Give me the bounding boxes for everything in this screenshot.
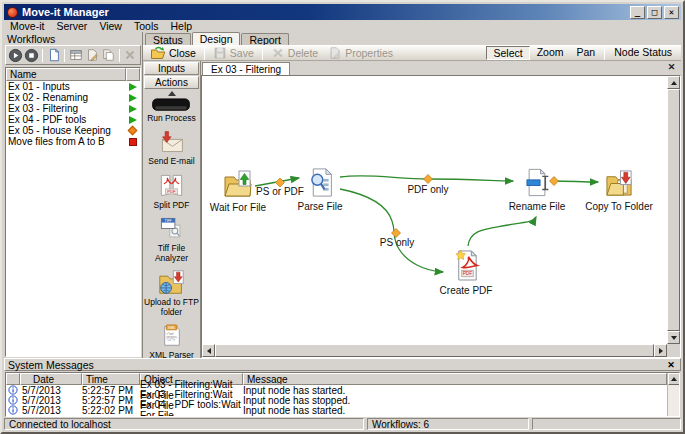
tab-status[interactable]: Status	[145, 33, 191, 45]
status-stopped-icon	[126, 138, 139, 146]
new-workflow-button[interactable]	[46, 47, 61, 63]
node-label: Copy To Folder	[577, 201, 661, 212]
stop-circle-icon	[24, 48, 39, 63]
actions-group-inputs[interactable]: Inputs	[144, 62, 199, 75]
xml-parser-icon: XML<?xmlversion="1.0"?>	[159, 322, 185, 349]
title-bar[interactable]: Move-it Manager _□✕	[4, 4, 681, 20]
action-run-process[interactable]: Run Process	[147, 98, 196, 124]
column-header-message[interactable]: Message	[243, 373, 667, 385]
menu-tools[interactable]: Tools	[128, 20, 165, 32]
toolbar-separator	[42, 49, 43, 62]
menu-move-it[interactable]: Move-it	[4, 20, 50, 32]
node-rename-file[interactable]: Rename File	[495, 167, 579, 212]
tab-report[interactable]: Report	[241, 33, 289, 45]
action-tiff-file-analyzer[interactable]: TIFFTiff File Analyzer	[144, 215, 200, 264]
stop-workflow-button[interactable]	[24, 47, 39, 63]
select-button[interactable]: Select	[486, 46, 529, 60]
system-messages-rows: 5/7/20135:22:57 PMEx 03 - Filtering:Wait…	[6, 385, 679, 415]
workflow-row[interactable]: Ex 04 - PDF tools	[6, 114, 140, 125]
rename-file-icon	[523, 167, 551, 198]
action-upload-to-ftp-folder[interactable]: Upload to FTP folder	[144, 269, 200, 318]
menu-view[interactable]: View	[93, 20, 128, 32]
action-label: Tiff File Analyzer	[144, 244, 200, 264]
run-workflow-button[interactable]	[8, 47, 23, 63]
workflows-count: Workflows: 6	[367, 418, 529, 430]
horizontal-scroll-thumb[interactable]	[215, 344, 654, 357]
action-send-e-mail[interactable]: Send E-mail	[148, 129, 194, 167]
workflow-canvas[interactable]: Wait For FileParse FileRename FileCopy T…	[202, 76, 667, 344]
view-tabs: StatusDesignReport	[143, 32, 681, 45]
button-label: Close	[169, 47, 196, 59]
maximize-button[interactable]: □	[647, 6, 662, 19]
copy-workflow-button[interactable]	[101, 47, 116, 63]
canvas-tab[interactable]: Ex 03 - Filtering	[202, 62, 290, 75]
pan-button[interactable]: Pan	[571, 46, 602, 60]
canvas-horizontal-scrollbar[interactable]	[202, 344, 667, 357]
messages-vertical-scrollbar[interactable]	[667, 373, 679, 416]
message-row[interactable]: 5/7/20135:22:02 PMEx 04 - PDF tools:Wait…	[6, 405, 667, 415]
workflow-row[interactable]: Ex 02 - Renaming	[6, 92, 140, 103]
tab-design[interactable]: Design	[192, 32, 241, 45]
save-button[interactable]: Save	[209, 46, 258, 61]
delete-button[interactable]: Delete	[267, 46, 322, 61]
button-label: Save	[230, 47, 254, 59]
system-messages-columns: DateTimeObjectMessage	[6, 373, 667, 385]
status-column-header[interactable]	[126, 68, 140, 81]
node-status-button[interactable]: Node Status	[608, 46, 678, 60]
run-process-icon	[151, 98, 191, 112]
menu-server[interactable]: Server	[50, 20, 93, 32]
rename-workflow-button[interactable]	[85, 47, 100, 63]
column-header-date[interactable]: Date	[20, 373, 82, 385]
message-row[interactable]: 5/7/20135:22:57 PMEx 03 - Filtering:Wait…	[6, 395, 667, 405]
svg-text:<?xml: <?xml	[166, 332, 174, 336]
canvas-tab-close-icon[interactable]	[666, 62, 677, 72]
scroll-left-icon[interactable]	[202, 344, 215, 357]
vertical-scroll-thumb[interactable]	[667, 89, 680, 331]
action-label: XML Parser	[149, 351, 194, 358]
minimize-button[interactable]: _	[630, 6, 645, 19]
workflow-row[interactable]: Ex 01 - Inputs	[6, 81, 140, 92]
scroll-right-icon[interactable]	[654, 344, 667, 357]
edge-label: PS only	[380, 237, 414, 248]
workflow-row[interactable]: Ex 03 - Filtering	[6, 103, 140, 114]
toolbar-separator	[262, 47, 263, 60]
properties-button[interactable]: Properties	[324, 46, 397, 61]
message-row[interactable]: 5/7/20135:22:57 PMEx 03 - Filtering:Wait…	[6, 385, 667, 395]
close-button[interactable]: ✕	[664, 6, 679, 19]
node-create-pdf[interactable]: PDFCreate PDF	[424, 247, 508, 296]
workflow-row[interactable]: Ex 05 - House Keeping	[6, 125, 140, 136]
node-copy-to-folder[interactable]: Copy To Folder	[577, 169, 661, 212]
workflow-row[interactable]: Move files from A to B	[6, 136, 140, 147]
close-button[interactable]: Close	[146, 46, 200, 61]
system-messages-close-icon[interactable]	[665, 360, 677, 370]
name-column-header[interactable]: Name	[6, 68, 126, 81]
workflows-list: Name Ex 01 - InputsEx 02 - RenamingEx 03…	[5, 67, 141, 357]
menu-help[interactable]: Help	[164, 20, 198, 32]
svg-text:TIFF: TIFF	[165, 219, 172, 223]
actions-scroll-up-icon[interactable]	[143, 89, 200, 98]
button-label: Delete	[288, 47, 318, 59]
svg-text:XML: XML	[167, 326, 175, 330]
node-label: Create PDF	[424, 285, 508, 296]
edge-label: PS or PDF	[256, 186, 304, 197]
action-xml-parser[interactable]: XML<?xmlversion="1.0"?>XML Parser	[149, 322, 194, 358]
toolbar-separator	[204, 47, 205, 60]
scroll-up-icon[interactable]	[667, 76, 680, 89]
zoom-button[interactable]: Zoom	[531, 46, 570, 60]
canvas-vertical-scrollbar[interactable]	[667, 76, 680, 344]
messages-scroll-up-icon[interactable]	[668, 373, 680, 385]
actions-panel: InputsActions Run ProcessSend E-mailPDFS…	[143, 61, 201, 358]
delete-workflow-button[interactable]	[123, 47, 138, 63]
action-label: Upload to FTP folder	[144, 298, 200, 318]
workflow-properties-button[interactable]	[68, 47, 83, 63]
info-icon	[8, 405, 18, 415]
actions-group-actions[interactable]: Actions	[144, 76, 199, 89]
scroll-down-icon[interactable]	[667, 331, 680, 344]
column-header-time[interactable]: Time	[82, 373, 140, 385]
properties-icon	[328, 46, 342, 60]
message-icon-column-header[interactable]	[6, 373, 20, 385]
action-split-pdf[interactable]: PDFSplit PDF	[154, 172, 190, 211]
action-label: Send E-mail	[148, 157, 194, 167]
edge-label: PDF only	[407, 184, 448, 195]
save-icon	[213, 46, 227, 60]
